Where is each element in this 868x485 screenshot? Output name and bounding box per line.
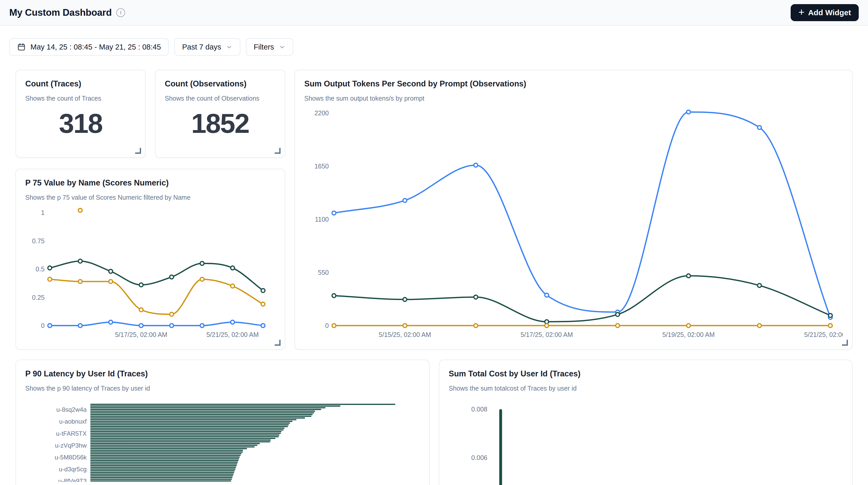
calendar-icon [17, 42, 26, 51]
svg-text:1: 1 [41, 209, 44, 216]
card-title: Sum Output Tokens Per Second by Prompt (… [304, 79, 843, 89]
p90-latency-card: P 90 Latency by User Id (Traces) Shows t… [16, 360, 430, 485]
total-cost-bar-chart: 0.0080.006 [449, 400, 843, 485]
card-title: Count (Observations) [165, 79, 275, 89]
svg-text:5/15/25, 02:00 AM: 5/15/25, 02:00 AM [379, 331, 431, 338]
resize-handle-icon[interactable] [275, 340, 281, 346]
page-header: My Custom Dashboard i + Add Widget [0, 0, 868, 26]
svg-text:5/21/25, 02:00 AM: 5/21/25, 02:00 AM [804, 331, 843, 338]
svg-text:0.008: 0.008 [471, 405, 487, 413]
card-title: P 75 Value by Name (Scores Numeric) [25, 178, 275, 188]
svg-text:u-5M8D56k: u-5M8D56k [55, 454, 87, 461]
tokens-per-second-card: Sum Output Tokens Per Second by Prompt (… [294, 70, 852, 350]
add-widget-button[interactable]: + Add Widget [790, 4, 859, 21]
card-title: Sum Total Cost by User Id (Traces) [449, 369, 843, 379]
quick-range-button[interactable]: Past 7 days [174, 38, 240, 56]
svg-text:550: 550 [318, 269, 329, 276]
card-subtitle: Shows the sum totalcost of Traces by use… [449, 385, 843, 392]
svg-text:5/17/25, 02:00 AM: 5/17/25, 02:00 AM [115, 331, 167, 338]
p75-scores-card: P 75 Value by Name (Scores Numeric) Show… [16, 169, 285, 350]
svg-text:0.75: 0.75 [32, 237, 44, 244]
filters-label: Filters [254, 43, 274, 51]
count-traces-card: Count (Traces) Shows the count of Traces… [16, 70, 146, 158]
svg-text:u-8fVa9T3: u-8fVa9T3 [58, 478, 87, 482]
svg-text:u-d3qr5cg: u-d3qr5cg [59, 466, 87, 473]
chevron-down-icon [226, 43, 232, 50]
svg-text:1100: 1100 [315, 216, 329, 223]
tokens-line-chart: 05501100165022005/15/25, 02:00 AM5/17/25… [304, 106, 843, 340]
widget-grid: Count (Traces) Shows the count of Traces… [0, 70, 868, 485]
p90-bar-chart: u-8sq2w4au-aobnuxfu-tFAR5TXu-zVqP3hwu-5M… [25, 403, 420, 485]
svg-text:u-tFAR5TX: u-tFAR5TX [56, 430, 87, 437]
svg-text:5/17/25, 02:00 AM: 5/17/25, 02:00 AM [521, 331, 573, 338]
page-title-group: My Custom Dashboard i [9, 7, 125, 18]
card-subtitle: Shows the p 90 latency of Traces by user… [25, 385, 420, 392]
svg-text:0.5: 0.5 [36, 266, 44, 273]
svg-text:5/19/25, 02:00 AM: 5/19/25, 02:00 AM [662, 331, 715, 338]
info-icon[interactable]: i [116, 8, 125, 17]
filters-button[interactable]: Filters [246, 38, 293, 56]
resize-handle-icon[interactable] [842, 340, 848, 346]
add-widget-label: Add Widget [808, 8, 851, 17]
chevron-down-icon [279, 43, 285, 50]
svg-text:0: 0 [41, 322, 44, 329]
total-cost-card: Sum Total Cost by User Id (Traces) Shows… [439, 360, 852, 485]
svg-text:u-8sq2w4a: u-8sq2w4a [57, 406, 87, 413]
filter-toolbar: May 14, 25 : 08:45 - May 21, 25 : 08:45 … [9, 38, 859, 56]
svg-text:2200: 2200 [314, 110, 329, 117]
card-subtitle: Shows the count of Observations [165, 95, 275, 102]
count-observations-card: Count (Observations) Shows the count of … [155, 70, 285, 158]
svg-text:u-zVqP3hw: u-zVqP3hw [55, 442, 87, 449]
dashboard-page: My Custom Dashboard i + Add Widget May 1… [0, 0, 868, 485]
card-subtitle: Shows the sum output tokens/s by prompt [304, 95, 843, 102]
page-title: My Custom Dashboard [9, 7, 112, 18]
count-traces-value: 318 [25, 102, 136, 149]
svg-text:0.25: 0.25 [32, 294, 44, 301]
quick-range-label: Past 7 days [182, 43, 221, 51]
date-range-button[interactable]: May 14, 25 : 08:45 - May 21, 25 : 08:45 [9, 38, 169, 56]
card-title: P 90 Latency by User Id (Traces) [25, 369, 420, 379]
count-observations-value: 1852 [165, 102, 275, 149]
svg-text:0: 0 [325, 322, 329, 329]
resize-handle-icon[interactable] [275, 148, 281, 154]
card-subtitle: Shows the p 75 value of Scores Numeric f… [25, 194, 275, 201]
card-title: Count (Traces) [25, 79, 136, 89]
svg-text:0.006: 0.006 [471, 454, 487, 461]
svg-text:1650: 1650 [314, 162, 329, 170]
date-range-label: May 14, 25 : 08:45 - May 21, 25 : 08:45 [30, 43, 161, 51]
svg-text:5/21/25, 02:00 AM: 5/21/25, 02:00 AM [206, 331, 259, 338]
svg-text:u-aobnuxf: u-aobnuxf [59, 418, 87, 425]
plus-icon: + [798, 7, 804, 17]
card-subtitle: Shows the count of Traces [25, 95, 136, 102]
resize-handle-icon[interactable] [135, 148, 141, 154]
p75-line-chart: 00.250.50.7515/17/25, 02:00 AM5/21/25, 0… [25, 205, 275, 340]
